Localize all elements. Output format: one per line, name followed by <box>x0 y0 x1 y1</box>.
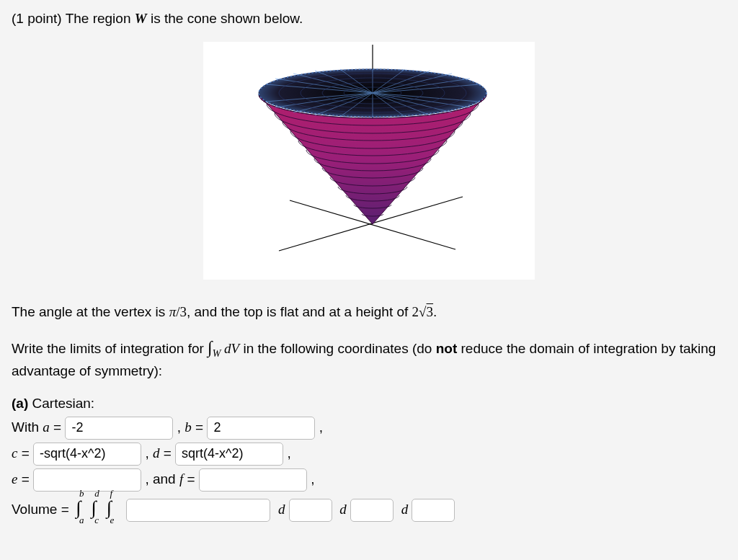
problem-intro: (1 point) The region W is the cone shown… <box>12 9 726 29</box>
input-d[interactable] <box>175 443 283 466</box>
input-integrand[interactable] <box>126 499 270 522</box>
region-variable: W <box>135 11 147 26</box>
input-dvar3[interactable] <box>412 499 455 522</box>
cone-figure-container <box>12 42 726 285</box>
vertex-description: The angle at the vertex is π/3, and the … <box>12 302 726 322</box>
row-cd: c = , d = , <box>12 443 726 466</box>
integral-1: b∫a <box>73 494 84 522</box>
input-dvar2[interactable] <box>350 499 394 522</box>
cone-figure <box>203 42 535 280</box>
input-c[interactable] <box>33 443 141 466</box>
integral-3: f∫e <box>104 494 115 522</box>
input-dvar1[interactable] <box>289 499 332 522</box>
row-ab: With a = , b = , <box>12 417 726 440</box>
row-volume: Volume = b∫a d∫c f∫e d d d <box>12 494 726 522</box>
input-f[interactable] <box>199 468 307 492</box>
part-a-label: (a) Cartesian: <box>12 394 726 414</box>
row-ef: e = , and f = , <box>12 468 726 492</box>
points: (1 point) <box>12 11 66 26</box>
input-a[interactable] <box>65 417 173 440</box>
input-b[interactable] <box>207 417 315 440</box>
input-e[interactable] <box>33 468 141 492</box>
instructions: Write the limits of integration for ∫W d… <box>12 335 726 381</box>
cone-svg <box>203 42 535 280</box>
integral-2: d∫c <box>88 494 99 522</box>
